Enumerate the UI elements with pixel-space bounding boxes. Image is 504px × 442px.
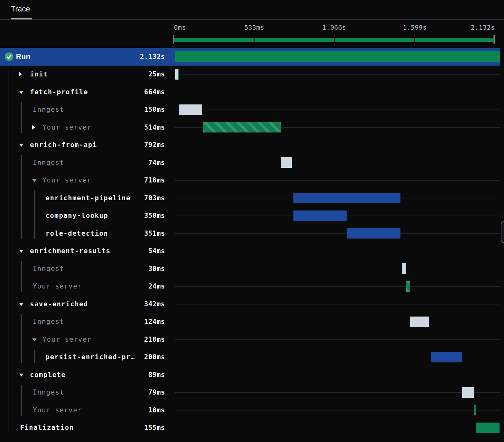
span-bar-inngest[interactable] — [462, 387, 474, 398]
span-bar-your-server[interactable] — [474, 405, 476, 415]
span-bar-persist-enriched-pr[interactable] — [431, 352, 462, 362]
span-duration: 24ms — [148, 282, 165, 290]
trace-row-your-server[interactable]: Your server 718ms — [0, 172, 500, 189]
ruler-tick-label: 0ms — [174, 24, 186, 31]
span-bar-role-detection[interactable] — [347, 228, 400, 239]
span-name: enrichment-results — [30, 247, 111, 255]
span-duration: 342ms — [144, 300, 165, 308]
span-bar-your-server[interactable] — [406, 281, 410, 292]
trace-row-your-server[interactable]: Your server 10ms — [0, 401, 500, 419]
row-left-pane: complete 89ms — [0, 366, 173, 384]
span-bar-segment-green — [178, 69, 179, 80]
span-name: Your server — [42, 176, 91, 184]
tree-guide-line — [34, 350, 35, 363]
caret-down-icon[interactable] — [19, 250, 24, 253]
trace-row-enrichment-results[interactable]: enrichment-results 54ms — [0, 242, 500, 260]
trace-row-finalization[interactable]: Finalization 155ms — [0, 419, 500, 437]
trace-row-role-detection[interactable]: role-detection 351ms — [0, 225, 500, 242]
trace-row-inngest[interactable]: Inngest 150ms — [0, 101, 500, 119]
span-bar-inngest[interactable] — [281, 157, 292, 168]
minimap-divider — [414, 38, 415, 42]
caret-down-icon[interactable] — [32, 179, 37, 182]
span-duration: 79ms — [148, 389, 165, 396]
span-bar-your-server[interactable] — [203, 122, 281, 132]
row-track-line — [175, 375, 500, 375]
row-timeline-track — [173, 348, 500, 366]
row-timeline-track — [173, 278, 500, 296]
status-check-icon — [5, 52, 13, 61]
span-bar-init[interactable] — [175, 69, 179, 80]
span-duration: 124ms — [144, 318, 165, 325]
row-left-pane: Inngest 150ms — [0, 101, 173, 119]
span-name: persist-enriched-pr… — [46, 353, 135, 361]
tree-guide-line — [9, 67, 9, 434]
span-name: role-detection — [46, 230, 108, 237]
ruler-tick-label: 533ms — [229, 24, 280, 31]
row-left-pane: enrichment-pipeline 703ms — [0, 189, 173, 207]
span-bar-inngest[interactable] — [179, 104, 202, 115]
row-left-pane: Your server 24ms — [0, 278, 173, 296]
trace-row-inngest[interactable]: Inngest 74ms — [0, 154, 500, 172]
row-timeline-track — [173, 118, 500, 136]
row-track-line — [175, 428, 500, 428]
span-name: enrich-from-api — [30, 141, 97, 149]
row-left-pane: init 25ms — [0, 66, 173, 83]
tree-guide-line — [21, 314, 22, 363]
row-timeline-track — [173, 419, 500, 437]
trace-row-enrichment-pipeline[interactable]: enrichment-pipeline 703ms — [0, 189, 500, 207]
span-name: Finalization — [20, 424, 74, 431]
span-name: Your server — [42, 124, 91, 131]
row-left-pane: Inngest 30ms — [0, 260, 173, 278]
row-track-line — [175, 339, 500, 340]
span-name: complete — [30, 371, 66, 379]
row-track-line — [175, 163, 500, 163]
trace-row-your-server[interactable]: Your server 514ms — [0, 118, 500, 136]
caret-down-icon[interactable] — [19, 144, 24, 147]
span-bar-run[interactable] — [175, 51, 500, 62]
tree-guide-line — [21, 385, 22, 416]
trace-row-your-server[interactable]: Your server 24ms — [0, 278, 500, 296]
span-bar-enrichment-pipeline[interactable] — [293, 193, 400, 203]
span-bar-company-lookup[interactable] — [293, 210, 347, 221]
trace-row-persist-enriched-pr[interactable]: persist-enriched-pr… 200ms — [0, 348, 500, 366]
span-duration: 718ms — [144, 176, 165, 184]
timeline-minimap[interactable] — [174, 38, 494, 42]
caret-down-icon[interactable] — [19, 303, 24, 306]
span-bar-segment-light — [175, 69, 178, 80]
span-duration: 150ms — [144, 106, 165, 113]
span-duration: 350ms — [144, 212, 165, 219]
trace-row-inngest[interactable]: Inngest 30ms — [0, 260, 500, 278]
ruler-tick-label: 1.066s — [309, 24, 360, 31]
span-duration: 218ms — [144, 336, 165, 343]
trace-row-inngest[interactable]: Inngest 124ms — [0, 313, 500, 331]
caret-down-icon[interactable] — [19, 374, 24, 376]
trace-row-complete[interactable]: complete 89ms — [0, 366, 500, 384]
trace-row-save-enriched[interactable]: save-enriched 342ms — [0, 295, 500, 313]
span-bar-inngest[interactable] — [410, 317, 429, 327]
span-duration: 155ms — [144, 424, 165, 431]
row-timeline-track — [173, 66, 500, 83]
span-bar-finalization[interactable] — [476, 423, 500, 433]
row-track-line — [175, 392, 500, 393]
caret-right-icon[interactable] — [32, 125, 35, 130]
caret-down-icon[interactable] — [19, 91, 24, 94]
trace-row-enrich-from-api[interactable]: enrich-from-api 792ms — [0, 136, 500, 154]
tab-trace[interactable]: Trace — [11, 4, 30, 13]
minimap-divider — [254, 38, 255, 42]
caret-right-icon[interactable] — [19, 72, 22, 76]
span-bar-inngest[interactable] — [402, 263, 406, 274]
trace-row-company-lookup[interactable]: company-lookup 350ms — [0, 207, 500, 225]
row-track-line — [175, 269, 500, 269]
trace-row-inngest[interactable]: Inngest 79ms — [0, 384, 500, 402]
trace-row-init[interactable]: init 25ms — [0, 66, 500, 83]
scrollbar-thumb[interactable] — [501, 221, 504, 243]
row-track-line — [175, 233, 500, 234]
trace-row-run[interactable]: Run 2.132s — [0, 48, 500, 66]
trace-row-fetch-profile[interactable]: fetch-profile 664ms — [0, 83, 500, 101]
row-timeline-track — [173, 366, 500, 384]
row-left-pane: Inngest 74ms — [0, 154, 173, 172]
span-duration: 89ms — [148, 371, 165, 379]
row-track-line — [175, 251, 500, 251]
trace-row-your-server[interactable]: Your server 218ms — [0, 331, 500, 348]
caret-down-icon[interactable] — [32, 338, 37, 341]
